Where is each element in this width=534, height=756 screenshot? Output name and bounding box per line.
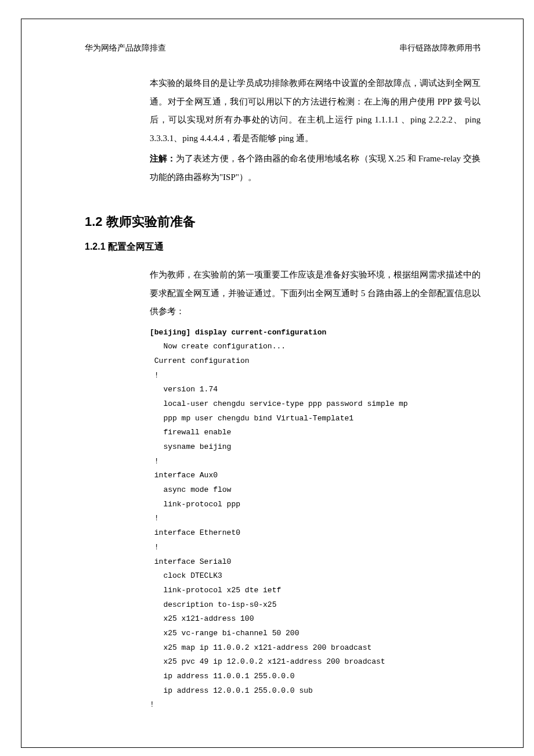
code-command: [beijing] display current-configuration (150, 328, 326, 337)
code-lines: Now create configuration... Current conf… (150, 342, 408, 709)
note-label: 注解： (150, 154, 176, 163)
heading-1-2-1: 1.2.1 配置全网互通 (85, 241, 481, 253)
heading-1-2: 1.2 教师实验前准备 (85, 213, 481, 231)
page-content: 华为网络产品故障排查 串行链路故障教师用书 本实验的最终目的是让学员成功排除教师… (85, 43, 481, 712)
running-header: 华为网络产品故障排查 串行链路故障教师用书 (85, 43, 481, 53)
config-code-block: [beijing] display current-configuration … (150, 326, 481, 713)
section-paragraph: 作为教师，在实验前的第一项重要工作应该是准备好实验环境，根据组网需求描述中的要求… (150, 266, 481, 321)
intro-note: 注解：为了表述方便，各个路由器的命名使用地域名称（实现 X.25 和 Frame… (150, 150, 481, 186)
intro-block: 本实验的最终目的是让学员成功排除教师在网络中设置的全部故障点，调试达到全网互通。… (150, 74, 481, 186)
header-right: 串行链路故障教师用书 (399, 43, 481, 53)
section-body: 作为教师，在实验前的第一项重要工作应该是准备好实验环境，根据组网需求描述中的要求… (150, 266, 481, 321)
header-left: 华为网络产品故障排查 (85, 43, 166, 53)
note-body: 为了表述方便，各个路由器的命名使用地域名称（实现 X.25 和 Frame-re… (150, 154, 481, 182)
intro-paragraph-1: 本实验的最终目的是让学员成功排除教师在网络中设置的全部故障点，调试达到全网互通。… (150, 74, 481, 147)
